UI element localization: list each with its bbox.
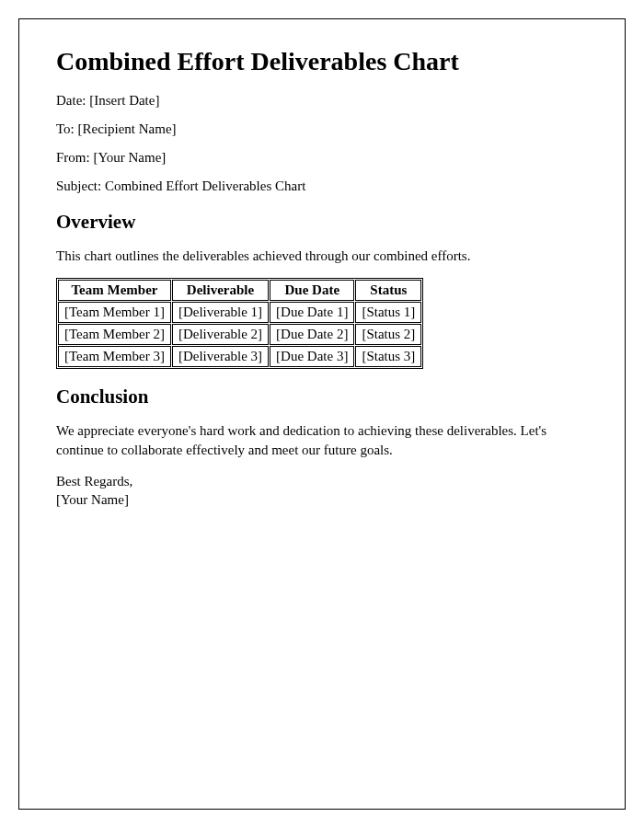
table-row: [Team Member 2] [Deliverable 2] [Due Dat… bbox=[58, 324, 421, 345]
table-row: [Team Member 1] [Deliverable 1] [Due Dat… bbox=[58, 302, 421, 323]
conclusion-text: We appreciate everyone's hard work and d… bbox=[56, 421, 588, 459]
signoff-regards: Best Regards, bbox=[56, 474, 132, 489]
meta-date: Date: [Insert Date] bbox=[56, 93, 588, 109]
signoff: Best Regards, [Your Name] bbox=[56, 472, 588, 510]
cell-member: [Team Member 3] bbox=[58, 346, 171, 367]
meta-to-label: To: bbox=[56, 121, 78, 136]
cell-due: [Due Date 3] bbox=[270, 346, 354, 367]
meta-subject: Subject: Combined Effort Deliverables Ch… bbox=[56, 178, 588, 194]
document-container: Combined Effort Deliverables Chart Date:… bbox=[18, 18, 626, 810]
meta-subject-value: Combined Effort Deliverables Chart bbox=[105, 178, 305, 193]
cell-deliverable: [Deliverable 2] bbox=[172, 324, 269, 345]
meta-from: From: [Your Name] bbox=[56, 150, 588, 166]
meta-to: To: [Recipient Name] bbox=[56, 121, 588, 137]
deliverables-table: Team Member Deliverable Due Date Status … bbox=[56, 278, 423, 369]
cell-due: [Due Date 2] bbox=[270, 324, 354, 345]
overview-text: This chart outlines the deliverables ach… bbox=[56, 247, 588, 265]
cell-member: [Team Member 2] bbox=[58, 324, 171, 345]
cell-deliverable: [Deliverable 1] bbox=[172, 302, 269, 323]
cell-status: [Status 1] bbox=[355, 302, 421, 323]
meta-from-value: [Your Name] bbox=[93, 150, 166, 165]
page-title: Combined Effort Deliverables Chart bbox=[56, 47, 588, 76]
cell-member: [Team Member 1] bbox=[58, 302, 171, 323]
signoff-name: [Your Name] bbox=[56, 492, 129, 507]
table-header-row: Team Member Deliverable Due Date Status bbox=[58, 280, 421, 301]
table-header-due: Due Date bbox=[270, 280, 354, 301]
meta-date-value: [Insert Date] bbox=[89, 93, 159, 108]
meta-date-label: Date: bbox=[56, 93, 89, 108]
meta-to-value: [Recipient Name] bbox=[78, 121, 177, 136]
cell-status: [Status 3] bbox=[355, 346, 421, 367]
overview-heading: Overview bbox=[56, 211, 588, 234]
meta-from-label: From: bbox=[56, 150, 93, 165]
cell-status: [Status 2] bbox=[355, 324, 421, 345]
table-header-deliverable: Deliverable bbox=[172, 280, 269, 301]
table-row: [Team Member 3] [Deliverable 3] [Due Dat… bbox=[58, 346, 421, 367]
table-header-status: Status bbox=[355, 280, 421, 301]
meta-subject-label: Subject: bbox=[56, 178, 105, 193]
cell-due: [Due Date 1] bbox=[270, 302, 354, 323]
conclusion-heading: Conclusion bbox=[56, 385, 588, 408]
cell-deliverable: [Deliverable 3] bbox=[172, 346, 269, 367]
table-header-member: Team Member bbox=[58, 280, 171, 301]
